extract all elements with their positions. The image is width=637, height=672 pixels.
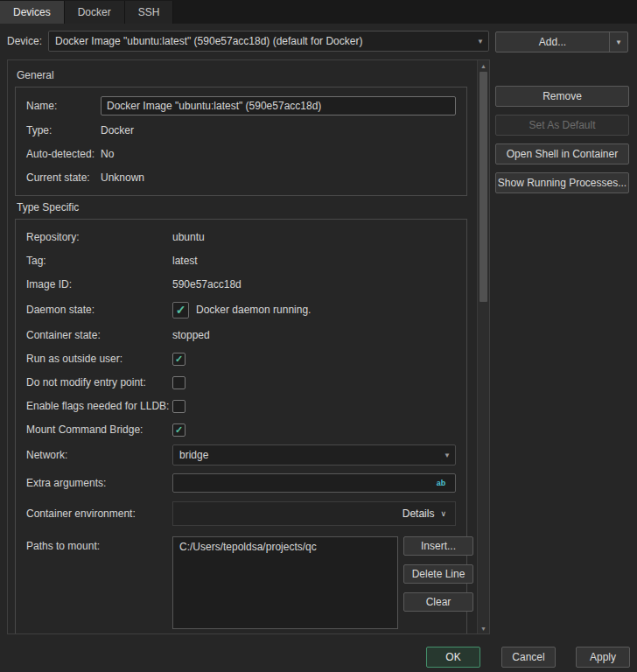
chevron-down-icon[interactable]: ▼ <box>609 32 627 52</box>
tab-bar: Devices Docker SSH <box>0 0 637 24</box>
name-label: Name: <box>26 100 101 112</box>
enable-lldb-flags-checkbox[interactable] <box>172 400 186 413</box>
paths-to-mount-label: Paths to mount: <box>26 536 172 552</box>
tab-devices[interactable]: Devices <box>0 1 65 24</box>
scroll-up-arrow-icon[interactable]: ▲ <box>478 60 489 71</box>
set-as-default-button: Set As Default <box>495 115 629 136</box>
apply-button[interactable]: Apply <box>576 647 630 668</box>
tab-ssh[interactable]: SSH <box>125 1 174 24</box>
show-running-processes-button[interactable]: Show Running Processes... <box>495 172 629 193</box>
type-specific-group-title: Type Specific <box>17 201 478 214</box>
name-input[interactable]: Docker Image "ubuntu:latest" (590e57acc1… <box>101 96 456 116</box>
container-state-value: stopped <box>172 329 210 341</box>
tag-value: latest <box>172 255 198 267</box>
container-environment-field: Details ∨ <box>172 501 456 526</box>
scrollbar-thumb[interactable] <box>480 72 487 302</box>
scroll-down-arrow-icon[interactable]: ▼ <box>478 623 489 634</box>
mount-command-bridge-checkbox[interactable]: ✓ <box>172 424 186 437</box>
repository-value: ubuntu <box>172 231 205 243</box>
open-shell-in-container-button[interactable]: Open Shell in Container <box>495 144 629 164</box>
name-input-value: Docker Image "ubuntu:latest" (590e57acc1… <box>107 100 321 112</box>
remove-device-button[interactable]: Remove <box>495 86 629 107</box>
paths-buttons: Insert... Delete Line Clear <box>403 536 473 620</box>
autodetected-label: Auto-detected: <box>26 148 101 160</box>
device-row: Device: Docker Image "ubuntu:latest" (59… <box>7 32 489 51</box>
tag-label: Tag: <box>26 255 172 267</box>
current-state-value: Unknown <box>101 172 144 184</box>
network-select-value: bridge <box>173 449 439 461</box>
daemon-state-label: Daemon state: <box>26 304 172 316</box>
chevron-down-icon: ▼ <box>472 38 488 46</box>
vertical-scrollbar[interactable]: ▲ ▼ <box>477 60 489 634</box>
do-not-modify-entry-point-checkbox[interactable] <box>172 376 186 389</box>
container-environment-label: Container environment: <box>26 508 172 520</box>
delete-line-button[interactable]: Delete Line <box>403 564 473 584</box>
ok-button[interactable]: OK <box>426 647 480 668</box>
network-select[interactable]: bridge ▼ <box>172 444 456 466</box>
extra-arguments-input[interactable]: ab <box>172 473 456 493</box>
clear-paths-button[interactable]: Clear <box>403 592 473 612</box>
insert-variable-icon[interactable]: ab <box>432 479 450 487</box>
insert-path-button[interactable]: Insert... <box>403 536 473 556</box>
extra-arguments-label: Extra arguments: <box>26 477 172 489</box>
chevron-down-icon: ▼ <box>439 452 455 459</box>
type-specific-group: Repository: ubuntu Tag: latest Image ID:… <box>15 219 467 634</box>
daemon-state-value: Docker daemon running. <box>196 304 311 316</box>
add-device-label: Add... <box>496 36 609 48</box>
network-label: Network: <box>26 449 172 461</box>
paths-to-mount-list[interactable]: C:/Users/tepoldsa/projects/qc <box>172 536 398 629</box>
image-id-label: Image ID: <box>26 278 172 290</box>
image-id-value: 590e57acc18d <box>172 278 242 290</box>
run-as-outside-user-checkbox[interactable]: ✓ <box>172 353 186 366</box>
device-actions: Remove Set As Default Open Shell in Cont… <box>495 86 627 201</box>
type-value: Docker <box>101 124 134 136</box>
device-settings-panel: General Name: Docker Image "ubuntu:lates… <box>7 60 490 634</box>
general-group-title: General <box>17 69 478 81</box>
device-label: Device: <box>7 35 42 47</box>
type-label: Type: <box>26 124 101 136</box>
cancel-button[interactable]: Cancel <box>501 647 556 668</box>
general-group: Name: Docker Image "ubuntu:latest" (590e… <box>15 87 467 196</box>
repository-label: Repository: <box>26 231 172 243</box>
paths-list-item[interactable]: C:/Users/tepoldsa/projects/qc <box>179 541 391 553</box>
container-state-label: Container state: <box>26 329 172 341</box>
add-device-button[interactable]: Add... ▼ <box>495 32 628 52</box>
details-button[interactable]: Details <box>402 508 435 520</box>
device-select-value: Docker Image "ubuntu:latest" (590e57acc1… <box>49 35 472 47</box>
chevron-down-icon[interactable]: ∨ <box>440 509 446 518</box>
daemon-running-check-icon: ✓ <box>172 302 189 318</box>
tab-docker[interactable]: Docker <box>65 1 125 24</box>
do-not-modify-entry-point-label: Do not modify entry point: <box>26 376 172 388</box>
autodetected-value: No <box>101 148 114 160</box>
device-select[interactable]: Docker Image "ubuntu:latest" (590e57acc1… <box>48 31 489 52</box>
device-settings-scroll-area: General Name: Docker Image "ubuntu:lates… <box>8 60 478 634</box>
run-as-outside-user-label: Run as outside user: <box>26 353 172 365</box>
current-state-label: Current state: <box>26 172 101 184</box>
enable-lldb-flags-label: Enable flags needed for LLDB: <box>26 400 172 412</box>
mount-command-bridge-label: Mount Command Bridge: <box>26 424 172 436</box>
